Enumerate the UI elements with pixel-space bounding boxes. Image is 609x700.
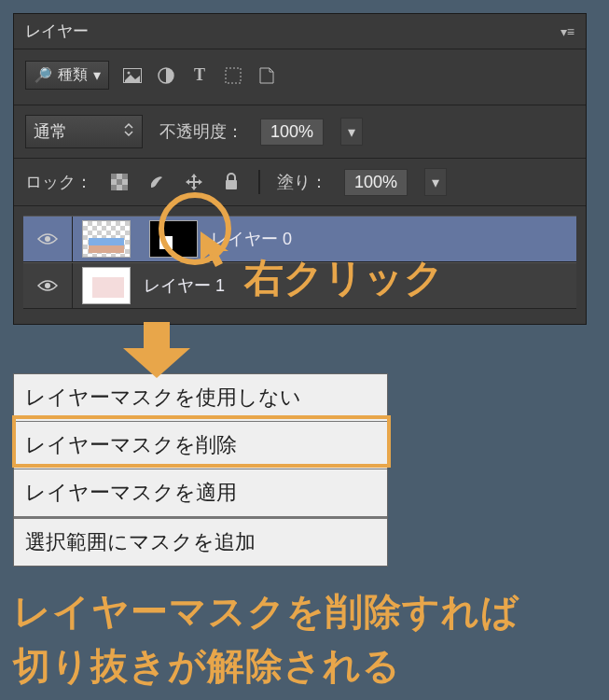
panel-title: レイヤー [25,21,89,42]
lock-toolbar: ロック： 塗り： 100% ▾ [14,159,586,206]
context-menu: レイヤーマスクを使用しない レイヤーマスクを削除 レイヤーマスクを適用 選択範囲… [13,373,388,567]
visibility-toggle[interactable] [23,263,73,308]
fill-dropdown[interactable]: ▾ [424,168,447,196]
panel-header: レイヤー ▾≡ [14,14,586,49]
opacity-dropdown[interactable]: ▾ [340,118,363,146]
chevron-updown-icon [123,121,134,143]
lock-transparent-icon[interactable] [109,172,130,192]
visibility-toggle[interactable] [23,217,73,261]
blend-mode-select[interactable]: 通常 [25,115,143,148]
svg-point-1 [128,71,131,74]
fill-value: 100% [354,173,397,192]
annotation-down-arrow [123,322,190,378]
lock-label: ロック： [25,171,92,193]
opacity-value: 100% [270,122,313,142]
svg-rect-5 [111,174,117,179]
svg-rect-7 [117,179,122,185]
type-filter-icon[interactable]: T [189,65,210,86]
layer-thumbnail[interactable] [82,267,131,304]
opacity-input[interactable]: 100% [260,119,324,146]
annotation-caption: レイヤーマスクを削除すれば 切り抜きが解除される [13,584,519,693]
svg-rect-9 [122,185,128,190]
svg-rect-3 [226,68,241,83]
shape-filter-icon[interactable] [223,65,243,86]
opacity-label: 不透明度： [159,120,243,143]
filter-toolbar: 🔎 種類 ▾ T [14,49,586,105]
adjustment-filter-icon[interactable] [156,65,176,86]
context-menu-item[interactable]: レイヤーマスクを使用しない [14,374,387,421]
annotation-right-click-label: 右クリック [244,252,444,304]
layer-filter-select[interactable]: 🔎 種類 ▾ [25,61,109,90]
context-menu-item[interactable]: 選択範囲にマスクを追加 [14,516,387,566]
blend-mode-value: 通常 [34,120,67,143]
search-icon: 🔎 [34,66,52,84]
panel-menu-icon[interactable]: ▾≡ [561,24,574,39]
context-menu-item[interactable]: レイヤーマスクを削除 [14,421,387,469]
mask-thumbnail[interactable] [149,220,198,258]
svg-rect-10 [226,180,237,189]
layer-thumbnail[interactable] [82,220,131,258]
blend-toolbar: 通常 不透明度： 100% ▾ [14,105,586,159]
context-menu-item[interactable]: レイヤーマスクを適用 [14,469,387,516]
filter-label: 種類 [58,65,88,85]
layer-name[interactable]: レイヤー 0 [211,228,292,250]
fill-input[interactable]: 100% [344,169,408,196]
divider [258,170,260,194]
image-filter-icon[interactable] [122,65,143,86]
svg-point-11 [45,236,50,242]
svg-rect-8 [111,185,117,190]
svg-point-12 [45,283,50,288]
smartobject-filter-icon[interactable] [256,65,277,86]
lock-all-icon[interactable] [221,172,242,192]
lock-paint-icon[interactable] [146,172,167,192]
lock-position-icon[interactable] [184,172,204,192]
caption-line-1: レイヤーマスクを削除すれば [13,591,519,632]
svg-rect-6 [122,174,128,179]
chevron-down-icon: ▾ [93,66,101,84]
layer-name[interactable]: レイヤー 1 [144,274,225,297]
fill-label: 塗り： [277,171,327,193]
caption-line-2: 切り抜きが解除される [13,645,401,686]
